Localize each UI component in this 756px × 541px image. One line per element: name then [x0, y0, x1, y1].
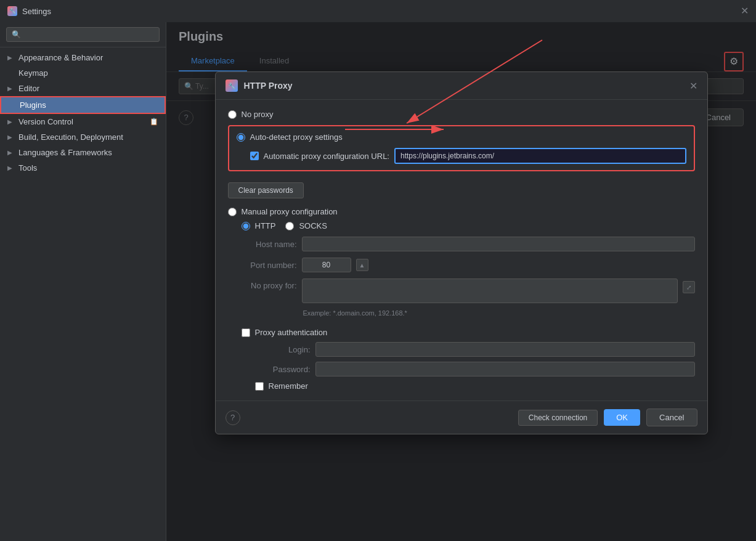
- dialog-close-button[interactable]: ✕: [689, 80, 697, 92]
- dialog-title: HTTP Proxy: [244, 81, 683, 91]
- auto-proxy-url-input[interactable]: [394, 148, 686, 164]
- sidebar: ▶ Appearance & Behavior ▶ Keymap ▶ Edito…: [0, 22, 166, 541]
- proxy-url-row: Automatic proxy configuration URL:: [237, 148, 686, 164]
- http-label: HTTP: [255, 221, 276, 230]
- remember-checkbox[interactable]: [255, 382, 264, 391]
- dialog-footer: ? Check connection OK Cancel: [216, 401, 707, 434]
- host-name-row: Host name:: [242, 237, 695, 251]
- arrow-icon: ▶: [7, 85, 15, 92]
- arrow-icon: ▶: [7, 134, 15, 140]
- port-number-label: Port number:: [242, 261, 297, 270]
- title-bar-left: 🔧 Settings: [7, 6, 51, 16]
- no-proxy-row: No proxy: [228, 110, 695, 119]
- host-name-label: Host name:: [242, 240, 297, 249]
- sidebar-item-keymap[interactable]: ▶ Keymap: [0, 65, 166, 81]
- dialog-icon: 🔧: [226, 79, 238, 92]
- proxy-auth-header: Proxy authentication: [242, 328, 695, 337]
- socks-radio[interactable]: [285, 222, 294, 230]
- arrow-icon: ▶: [7, 118, 15, 125]
- dialog-content: No proxy Auto-detect proxy settings Auto…: [216, 100, 707, 401]
- sidebar-search-input[interactable]: [6, 27, 160, 42]
- content-area: ▶ Appearance & Behavior ▶ Keymap ▶ Edito…: [0, 22, 756, 541]
- sidebar-item-version-control[interactable]: ▶ Version Control 📋: [0, 114, 166, 129]
- dialog-backdrop: 🔧 HTTP Proxy ✕ No proxy: [166, 22, 756, 541]
- check-connection-button[interactable]: Check connection: [518, 410, 598, 426]
- auto-proxy-url-label: Automatic proxy configuration URL:: [264, 152, 389, 161]
- http-radio[interactable]: [242, 222, 250, 230]
- login-row: Login:: [255, 342, 695, 357]
- sidebar-item-label: Tools: [18, 163, 37, 173]
- port-number-row: Port number: ▲: [242, 258, 695, 272]
- arrow-icon: ▶: [7, 165, 15, 171]
- remember-label: Remember: [269, 381, 308, 391]
- proxy-auth-checkbox[interactable]: [242, 328, 250, 337]
- no-proxy-for-row: No proxy for: ⤢: [242, 279, 695, 303]
- sidebar-item-label: Plugins: [20, 100, 46, 110]
- auto-proxy-url-checkbox[interactable]: [250, 152, 259, 160]
- host-name-input[interactable]: [302, 237, 695, 251]
- sidebar-item-editor[interactable]: ▶ Editor: [0, 81, 166, 96]
- no-proxy-radio[interactable]: [228, 110, 237, 119]
- auto-detect-label: Auto-detect proxy settings: [250, 132, 343, 142]
- app-icon: 🔧: [7, 6, 17, 16]
- manual-proxy-section: Manual proxy configuration HTTP: [228, 207, 695, 391]
- sidebar-item-label: Languages & Frameworks: [18, 148, 112, 157]
- manual-proxy-radio[interactable]: [228, 208, 237, 216]
- no-proxy-label: No proxy: [242, 110, 274, 119]
- sidebar-item-languages[interactable]: ▶ Languages & Frameworks: [0, 145, 166, 160]
- sidebar-item-label: Keymap: [18, 68, 48, 78]
- window-close-button[interactable]: ✕: [741, 6, 749, 16]
- window-title: Settings: [22, 7, 51, 16]
- port-spinner-up[interactable]: ▲: [356, 259, 368, 271]
- clear-passwords-button[interactable]: Clear passwords: [228, 182, 304, 198]
- auto-detect-radio-row: Auto-detect proxy settings: [237, 132, 686, 142]
- sidebar-search-area: [0, 22, 166, 47]
- sidebar-item-label: Build, Execution, Deployment: [18, 132, 123, 142]
- password-input[interactable]: [315, 362, 695, 376]
- http-radio-row: HTTP: [242, 221, 276, 230]
- password-label: Password:: [255, 365, 311, 374]
- http-socks-row: HTTP SOCKS: [242, 221, 695, 230]
- proxy-auth-label: Proxy authentication: [255, 328, 328, 337]
- sidebar-item-tools[interactable]: ▶ Tools: [0, 160, 166, 176]
- sidebar-item-build[interactable]: ▶ Build, Execution, Deployment: [0, 129, 166, 145]
- arrow-icon: ▶: [7, 149, 15, 156]
- sidebar-item-appearance[interactable]: ▶ Appearance & Behavior: [0, 50, 166, 65]
- port-number-input[interactable]: [302, 258, 351, 272]
- version-control-icon: 📋: [150, 118, 158, 126]
- auth-fields: Login: Password:: [242, 342, 695, 376]
- socks-radio-row: SOCKS: [285, 221, 327, 230]
- dialog-header: 🔧 HTTP Proxy ✕: [216, 72, 707, 100]
- manual-proxy-options: HTTP SOCKS Host name:: [228, 221, 695, 391]
- no-proxy-for-input[interactable]: [302, 279, 678, 303]
- settings-window: 🔧 Settings ✕ ▶ Appearance & Behavior ▶ K…: [0, 0, 756, 541]
- socks-label: SOCKS: [299, 221, 327, 230]
- sidebar-nav: ▶ Appearance & Behavior ▶ Keymap ▶ Edito…: [0, 47, 166, 541]
- clear-passwords-area: Clear passwords: [228, 177, 695, 201]
- http-proxy-dialog: 🔧 HTTP Proxy ✕ No proxy: [215, 71, 708, 434]
- auto-detect-radio[interactable]: [237, 133, 245, 142]
- example-text: Example: *.domain.com, 192.168.*: [242, 309, 695, 317]
- manual-proxy-row: Manual proxy configuration: [228, 207, 695, 216]
- arrow-icon: ▶: [7, 54, 15, 61]
- password-row: Password:: [255, 362, 695, 376]
- manual-proxy-label: Manual proxy configuration: [242, 207, 338, 216]
- dialog-help-button[interactable]: ?: [226, 410, 240, 425]
- sidebar-item-label: Version Control: [18, 117, 73, 126]
- main-panel: Plugins Marketplace Installed ⚙ ? OK Can…: [166, 22, 756, 541]
- no-proxy-expand-button[interactable]: ⤢: [683, 281, 695, 293]
- sidebar-item-plugins[interactable]: ▶ Plugins: [0, 96, 166, 114]
- sidebar-item-label: Appearance & Behavior: [18, 53, 103, 62]
- sidebar-item-label: Editor: [18, 84, 39, 93]
- dialog-cancel-button[interactable]: Cancel: [646, 409, 697, 426]
- dialog-ok-button[interactable]: OK: [604, 409, 640, 426]
- login-input[interactable]: [315, 342, 695, 357]
- title-bar: 🔧 Settings ✕: [0, 0, 756, 22]
- proxy-auth-section: Proxy authentication Login: Pass: [242, 328, 695, 391]
- login-label: Login:: [255, 345, 311, 354]
- auto-detect-section: Auto-detect proxy settings Automatic pro…: [228, 125, 695, 171]
- no-proxy-for-label: No proxy for:: [242, 279, 297, 290]
- remember-row: Remember: [242, 381, 695, 391]
